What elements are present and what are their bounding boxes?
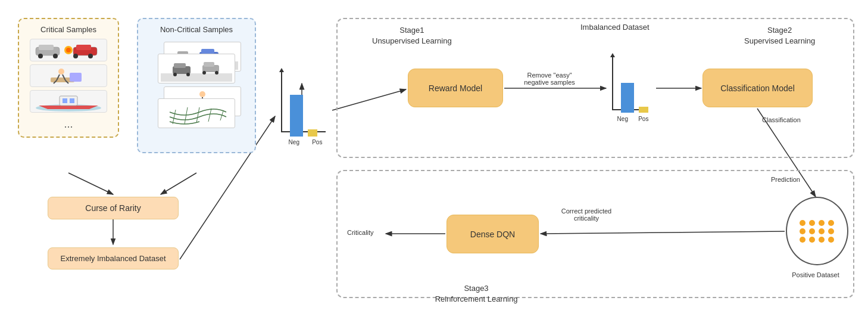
classification-model-label: Classification Model [720,83,795,93]
curse-of-rarity-label: Curse of Rarity [85,203,140,213]
bar-chart-inner-left [275,72,329,137]
svg-rect-13 [39,45,54,50]
neg-label-right: Neg [617,116,628,122]
criticality-label: Criticality [347,229,374,236]
stage3-line2: Reinforcement Learning [417,294,536,305]
svg-point-23 [58,69,64,75]
svg-point-18 [73,54,78,58]
bar-neg-left [290,95,303,137]
imbalanced-dataset-top-label: Imbalanced Dataset [580,23,650,32]
axis-y-right [612,57,613,109]
positive-dataset-text: Positive Dataset [792,271,839,278]
curse-of-rarity-box: Curse of Rarity [48,197,179,219]
stage3-label: Stage3 Reinforcement Learning [417,283,536,305]
bar-neg-right [621,83,634,113]
dot-7 [819,228,825,234]
remove-easy-label: Remove "easy" negative samples [511,72,588,86]
svg-point-19 [88,54,93,58]
dot-11 [819,237,825,243]
svg-point-52 [199,91,205,97]
noncritical-section: Non-Critical Samples [137,18,256,153]
pipeline-box-bottom [336,170,854,298]
scene-boat [30,90,107,113]
svg-rect-32 [70,98,74,103]
pos-label-right: Pos [638,116,648,122]
dot-grid [800,220,835,243]
svg-line-62 [196,107,199,123]
dot-1 [800,220,805,226]
dot-3 [819,220,825,226]
pos-label-left: Pos [312,139,322,145]
dot-4 [828,220,834,226]
stage1-label: Stage1 Unsupervised Learning [372,25,452,47]
classification-model-box: Classification Model [702,69,813,107]
dense-dqn-box: Dense DQN [447,215,539,253]
dot-10 [809,237,815,243]
critical-section: Critical Samples [18,18,119,138]
svg-rect-39 [201,49,214,54]
svg-rect-42 [161,73,232,82]
axis-x-left [281,131,326,132]
stage3-line1: Stage3 [417,283,536,294]
svg-rect-44 [174,63,186,68]
criticality2-text: criticality [548,215,625,222]
critical-images: ... [25,39,112,131]
negative-samples-text: negative samples [511,79,588,86]
svg-rect-30 [60,96,77,106]
critical-title: Critical Samples [25,25,112,34]
reward-model-box: Reward Model [408,69,503,107]
svg-point-21 [66,48,71,52]
scene-fall [30,64,107,87]
reward-model-label: Reward Model [429,83,482,93]
svg-point-46 [186,73,190,76]
svg-rect-31 [63,98,67,103]
bar-chart-left: Neg Pos [275,72,329,149]
dot-6 [809,228,815,234]
svg-point-14 [38,54,43,58]
neg-label-left: Neg [289,139,299,145]
svg-rect-48 [204,62,214,67]
card-cars-2 [158,54,235,83]
axis-y-left [281,72,282,131]
svg-line-61 [185,107,188,124]
stacked-cards [144,39,249,146]
positive-dataset-oval [786,197,848,265]
imbalanced-dataset-box: Extremely Imbalanced Dataset [48,247,179,269]
svg-point-45 [173,73,177,76]
bar-pos-right [639,107,648,113]
classification-label: Classification [762,116,801,123]
svg-line-1 [68,173,113,194]
svg-point-50 [215,71,218,75]
stage1-line2: Unsupervised Learning [372,36,452,47]
bar-labels-left: Neg Pos [275,139,329,145]
stage2-label: Stage2 Supervised Learning [744,25,815,47]
svg-point-15 [53,54,58,58]
svg-rect-28 [70,73,82,82]
stage2-line2: Supervised Learning [744,36,815,47]
dot-5 [800,228,805,234]
dot-2 [809,220,815,226]
classification-text: Classification [762,116,801,123]
noncritical-title: Non-Critical Samples [144,25,249,34]
positive-dataset-label: Positive Dataset [780,271,851,278]
card-net-2 [158,98,235,128]
remove-easy-text: Remove "easy" [511,72,588,79]
prediction-label: Prediction [771,176,800,183]
svg-point-49 [202,71,206,75]
diagram-container: Critical Samples [0,0,868,313]
svg-line-60 [173,110,176,124]
dense-dqn-label: Dense DQN [470,230,515,239]
bar-labels-right: Neg Pos [606,116,654,122]
correct-predicted-label: Correct predicted criticality [548,207,625,222]
ellipsis: ... [64,118,73,131]
dot-8 [828,228,834,234]
bar-chart-right: Neg Pos [606,57,654,125]
svg-rect-17 [76,45,91,50]
imbalanced-dataset-top-text: Imbalanced Dataset [580,23,650,32]
criticality-text: Criticality [347,229,374,236]
stage1-line1: Stage1 [372,25,452,36]
bar-chart-inner-right [606,57,660,113]
dot-12 [828,237,834,243]
svg-line-63 [208,109,211,122]
stage2-line1: Stage2 [744,25,815,36]
